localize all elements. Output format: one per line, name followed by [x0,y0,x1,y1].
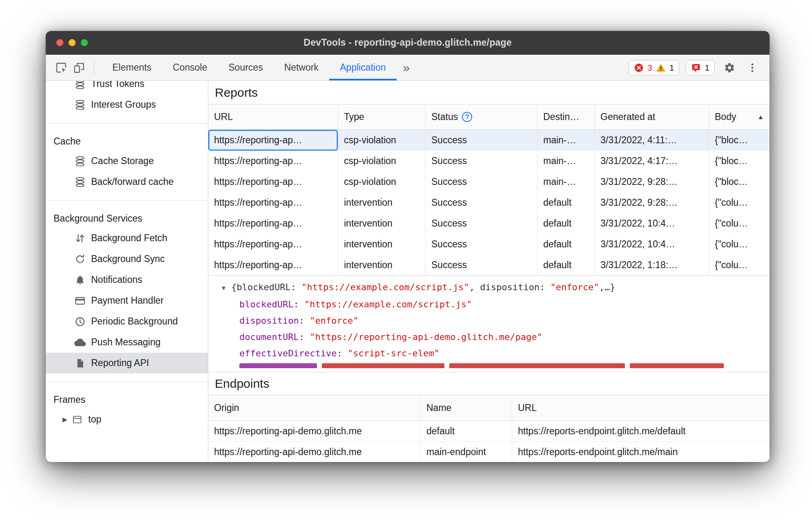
up-down-arrows-icon [74,233,86,244]
report-body-cell: {"bloc… [709,151,770,171]
settings-gear-button[interactable] [721,60,738,76]
more-tabs-button[interactable]: » [397,55,417,80]
report-body-preview: ▼{blockedURL: "https://example.com/scrip… [208,276,770,372]
sidebar-item-top-frame[interactable]: ▶ top [46,409,208,430]
sidebar-item-label: Background Sync [91,253,165,264]
clipped-text-fragment [322,363,444,368]
section-divider [46,382,208,382]
disclosure-triangle-icon[interactable]: ▶ [62,416,71,423]
json-colon: : [299,332,310,342]
report-generated-cell: 3/31/2022, 9:28:… [595,192,709,213]
close-window-button[interactable] [56,39,63,46]
endpoints-table-header: Origin Name URL [208,395,770,421]
sidebar-item-label: Trust Tokens [91,81,144,89]
database-icon [74,81,86,90]
device-toolbar-icon [73,62,85,74]
issues-badge[interactable]: 1 [686,60,715,76]
report-generated-cell: 3/31/2022, 4:17:… [595,151,709,171]
report-row[interactable]: https://reporting-ap… intervention Succe… [208,234,770,255]
sidebar-item-label: Notifications [91,274,142,285]
sidebar-item-label: Payment Handler [91,295,164,306]
sidebar-item-reporting-api[interactable]: Reporting API [46,353,208,373]
json-property-line: blockedURL: "https://example.com/script.… [208,296,770,313]
devtools-window: DevTools - reporting-api-demo.glitch.me/… [46,31,770,462]
report-body-cell: {"colu… [709,234,770,255]
tab-sources[interactable]: Sources [218,55,273,80]
column-header-origin[interactable]: Origin [208,395,421,420]
column-header-status-label: Status [431,111,458,122]
report-row[interactable]: https://reporting-ap… intervention Succe… [208,192,770,213]
issues-count: 1 [705,63,709,73]
help-icon[interactable]: ? [462,112,472,122]
expander-triangle-icon[interactable]: ▼ [221,280,231,296]
json-string: "https://example.com/script.js" [301,282,469,292]
customize-menu-button[interactable] [744,60,761,76]
tab-console[interactable]: Console [162,55,218,80]
section-title-cache: Cache [46,132,208,151]
sidebar-item-cache-storage[interactable]: Cache Storage [46,151,208,171]
database-icon [74,99,86,111]
endpoints-table: Origin Name URL https://reporting-api-de… [208,395,770,462]
error-count: 3 [647,63,652,73]
column-header-body[interactable]: Body ▲ [709,104,770,129]
column-header-type[interactable]: Type [338,104,426,129]
endpoint-row[interactable]: https://reporting-api-demo.glitch.me def… [208,421,770,442]
report-row[interactable]: https://reporting-ap… csp-violation Succ… [208,130,770,151]
column-header-url[interactable]: URL [208,104,338,129]
sidebar-item-push-messaging[interactable]: Push Messaging [46,332,208,353]
tab-application[interactable]: Application [329,55,397,80]
devtools-toolbar: Elements Console Sources Network Applica… [46,55,770,81]
report-body-cell: {"bloc… [709,171,770,192]
json-key: disposition [239,316,299,326]
sidebar-item-background-fetch[interactable]: Background Fetch [46,228,208,249]
endpoint-row[interactable]: https://reporting-api-demo.glitch.me mai… [208,442,770,462]
report-destination-cell: default [538,192,595,213]
report-body-cell: {"bloc… [709,130,770,151]
json-text: ,…} [599,282,616,292]
sidebar-item-back-forward-cache[interactable]: Back/forward cache [46,171,208,192]
sidebar-item-trust-tokens[interactable]: Trust Tokens [46,81,208,94]
tab-network[interactable]: Network [274,55,329,80]
report-status-cell: Success [426,130,538,151]
report-row[interactable]: https://reporting-ap… csp-violation Succ… [208,151,770,171]
json-colon: : [337,348,348,358]
gear-icon [724,62,735,73]
column-header-generated-at[interactable]: Generated at [595,104,709,129]
sidebar-item-background-sync[interactable]: Background Sync [46,249,208,269]
report-row[interactable]: https://reporting-ap… intervention Succe… [208,255,770,276]
inspect-element-button[interactable] [53,60,69,76]
sidebar-item-payment-handler[interactable]: Payment Handler [46,290,208,311]
report-row[interactable]: https://reporting-ap… intervention Succe… [208,213,770,234]
endpoint-name-cell: main-endpoint [421,442,512,462]
sidebar-item-notifications[interactable]: Notifications [46,269,208,290]
window-titlebar: DevTools - reporting-api-demo.glitch.me/… [46,31,770,55]
reports-heading: Reports [208,81,770,104]
sidebar-item-label: Push Messaging [91,337,161,348]
report-generated-cell: 3/31/2022, 9:28:… [595,171,709,192]
column-header-destination[interactable]: Destin… [538,104,595,129]
report-body-cell: {"colu… [709,255,770,276]
sidebar-item-interest-groups[interactable]: Interest Groups [46,94,208,115]
report-status-cell: Success [426,255,538,276]
section-divider [46,123,208,124]
device-toolbar-button[interactable] [71,60,87,76]
minimize-window-button[interactable] [69,39,76,46]
column-header-endpoint-url[interactable]: URL [512,395,770,420]
cloud-icon [74,337,86,348]
sidebar-item-label: Cache Storage [91,156,154,167]
endpoint-url-cell: https://reports-endpoint.glitch.me/defau… [512,421,770,441]
warning-icon [656,63,666,73]
errors-warnings-badge[interactable]: 3 1 [629,60,679,76]
fullscreen-window-button[interactable] [81,39,88,46]
document-icon [74,358,86,369]
reports-table: URL Type Status ? Destin… Generated at B… [208,104,770,276]
json-key: blockedURL [239,299,293,309]
sidebar-item-label: top [88,414,101,425]
column-header-name[interactable]: Name [421,395,512,420]
column-header-status[interactable]: Status ? [426,104,538,129]
tab-elements[interactable]: Elements [102,55,162,80]
report-row[interactable]: https://reporting-ap… csp-violation Succ… [208,171,770,192]
report-type-cell: csp-violation [338,151,426,171]
sidebar-item-periodic-background-sync[interactable]: Periodic Background [46,311,208,332]
endpoint-origin-cell: https://reporting-api-demo.glitch.me [208,421,421,441]
